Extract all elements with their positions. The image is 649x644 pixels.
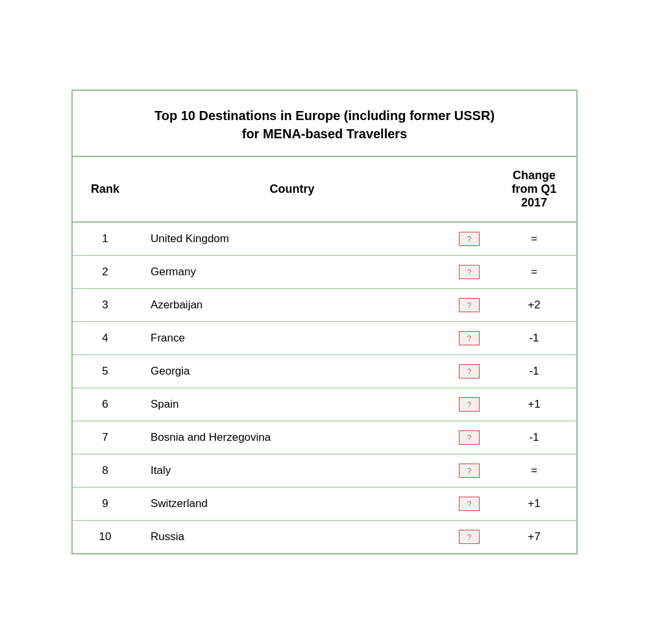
rank-cell: 2 [73, 256, 138, 289]
table-row: 3Azerbaijan+2 [73, 289, 576, 322]
country-cell: Georgia [138, 355, 447, 388]
flag-icon [459, 265, 480, 279]
table-row: 1United Kingdom= [73, 222, 576, 256]
change-cell: +1 [492, 488, 576, 521]
country-cell: France [138, 322, 447, 355]
header-rank: Rank [73, 157, 138, 222]
country-cell: Bosnia and Herzegovina [138, 421, 447, 454]
flag-cell [447, 322, 492, 355]
flag-cell [447, 256, 492, 289]
table-row: 5Georgia-1 [73, 355, 576, 388]
table-row: 8Italy= [73, 454, 576, 488]
flag-cell [447, 421, 492, 454]
table-row: 2Germany= [73, 256, 576, 289]
flag-cell [447, 222, 492, 256]
rank-cell: 1 [73, 222, 138, 256]
change-cell: -1 [492, 322, 576, 355]
change-cell: = [492, 222, 576, 256]
rank-cell: 9 [73, 488, 138, 521]
change-cell: +2 [492, 289, 576, 322]
table-row: 7Bosnia and Herzegovina-1 [73, 421, 576, 454]
country-cell: Germany [138, 256, 447, 289]
rank-cell: 7 [73, 421, 138, 454]
rank-cell: 6 [73, 388, 138, 421]
flag-cell [447, 289, 492, 322]
country-cell: Spain [138, 388, 447, 421]
flag-icon [459, 331, 480, 345]
table-title: Top 10 Destinations in Europe (including… [73, 91, 576, 157]
title-line2: for MENA-based Travellers [242, 127, 408, 141]
country-cell: United Kingdom [138, 222, 447, 256]
change-cell: = [492, 256, 576, 289]
title-line1: Top 10 Destinations in Europe (including… [154, 108, 495, 123]
flag-cell [447, 454, 492, 488]
main-table-container: Top 10 Destinations in Europe (including… [71, 90, 578, 554]
flag-icon [459, 298, 480, 312]
table-row: 9Switzerland+1 [73, 488, 576, 521]
header-change: Change from Q1 2017 [492, 157, 576, 222]
rank-cell: 3 [73, 289, 138, 322]
flag-icon [459, 232, 480, 246]
change-cell: -1 [492, 421, 576, 454]
header-country: Country [138, 157, 447, 222]
table-row: 6Spain+1 [73, 388, 576, 421]
table-row: 10Russia+7 [73, 521, 576, 554]
flag-cell [447, 488, 492, 521]
change-cell: = [492, 454, 576, 488]
flag-cell [447, 388, 492, 421]
flag-icon [459, 397, 480, 412]
rank-cell: 10 [73, 521, 138, 554]
rank-cell: 8 [73, 454, 138, 488]
country-cell: Azerbaijan [138, 289, 447, 322]
flag-icon [459, 530, 480, 544]
rank-cell: 4 [73, 322, 138, 355]
country-cell: Italy [138, 454, 447, 488]
flag-icon [459, 464, 480, 478]
destinations-table: Rank Country Change from Q1 2017 1United… [73, 157, 576, 553]
rank-cell: 5 [73, 355, 138, 388]
flag-cell [447, 355, 492, 388]
flag-icon [459, 364, 480, 378]
table-header-row: Rank Country Change from Q1 2017 [73, 157, 576, 222]
change-cell: +7 [492, 521, 576, 554]
change-cell: -1 [492, 355, 576, 388]
country-cell: Switzerland [138, 488, 447, 521]
change-cell: +1 [492, 388, 576, 421]
header-flag-spacer [447, 157, 492, 222]
table-row: 4France-1 [73, 322, 576, 355]
flag-icon [459, 497, 480, 511]
country-cell: Russia [138, 521, 447, 554]
flag-icon [459, 430, 480, 445]
flag-cell [447, 521, 492, 554]
